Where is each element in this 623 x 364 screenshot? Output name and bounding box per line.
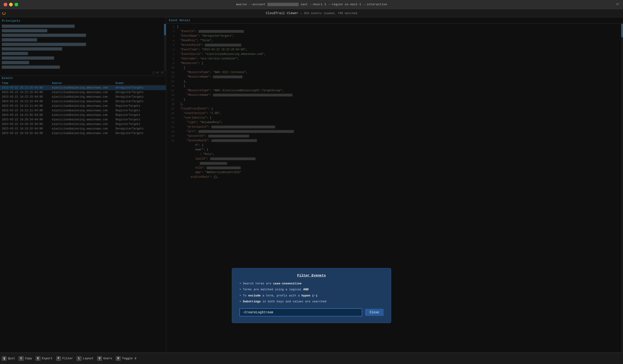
label-toggle: Toggle d bbox=[122, 357, 136, 360]
key-u: U bbox=[97, 356, 102, 361]
key-f: F bbox=[56, 356, 61, 361]
title-bar-text: awsrun --account XXXXXXXXXXXXXXX last --… bbox=[236, 3, 387, 6]
title-bar-shortcut: ⌘T bbox=[616, 3, 619, 6]
key-q: Q bbox=[2, 356, 7, 361]
close-button[interactable] bbox=[4, 3, 7, 6]
status-key-filter[interactable]: F Filter bbox=[54, 353, 75, 364]
label-export: Export bbox=[42, 357, 53, 360]
status-key-export[interactable]: E Export bbox=[34, 353, 54, 364]
filter-input[interactable] bbox=[239, 308, 362, 317]
filter-bullet-4: Substrings in both keys and values are s… bbox=[239, 300, 384, 304]
label-copy: Copy bbox=[25, 357, 32, 360]
filter-modal-title: Filter Evenets bbox=[239, 274, 384, 278]
key-e: E bbox=[36, 356, 41, 361]
filter-bullet-2: Terms are matched using a logical AND bbox=[239, 288, 384, 292]
label-users: Users bbox=[103, 357, 112, 360]
status-key-copy[interactable]: C Copy bbox=[17, 353, 34, 364]
status-key-toggle[interactable]: D Toggle d bbox=[114, 353, 138, 364]
status-key-users[interactable]: U Users bbox=[95, 353, 114, 364]
window-controls bbox=[4, 3, 18, 6]
filter-modal: Filter Evenets Search terms are case-ins… bbox=[232, 268, 391, 323]
filter-bullet-3: To exclude a term, prefix with a hypen (… bbox=[239, 294, 384, 298]
filter-modal-bullets: Search terms are case-insensitive Terms … bbox=[239, 282, 384, 304]
app-title: CloudTrail Viewer — 853 events loaded, 7… bbox=[266, 11, 357, 15]
modal-overlay: Filter Evenets Search terms are case-ins… bbox=[0, 17, 623, 353]
filter-close-button[interactable]: Close bbox=[365, 309, 384, 316]
label-filter: Filter bbox=[62, 357, 73, 360]
status-key-layout[interactable]: L Layout bbox=[75, 353, 95, 364]
key-c: C bbox=[19, 356, 23, 361]
key-l: L bbox=[77, 356, 81, 361]
minimize-button[interactable] bbox=[9, 3, 13, 6]
title-bar: awsrun --account XXXXXXXXXXXXXXX last --… bbox=[0, 0, 623, 9]
key-d: D bbox=[116, 356, 121, 361]
label-layout: Layout bbox=[83, 357, 93, 360]
filter-bullet-1: Search terms are case-insensitive bbox=[239, 282, 384, 286]
loading-spinner bbox=[2, 12, 5, 15]
filter-input-row: Close bbox=[239, 308, 384, 317]
maximize-button[interactable] bbox=[15, 3, 18, 6]
status-key-quit[interactable]: Q Quit bbox=[0, 353, 17, 364]
status-bar: Q Quit C Copy E Export F Filter L Layout… bbox=[0, 353, 623, 364]
label-quit: Quit bbox=[8, 357, 15, 360]
